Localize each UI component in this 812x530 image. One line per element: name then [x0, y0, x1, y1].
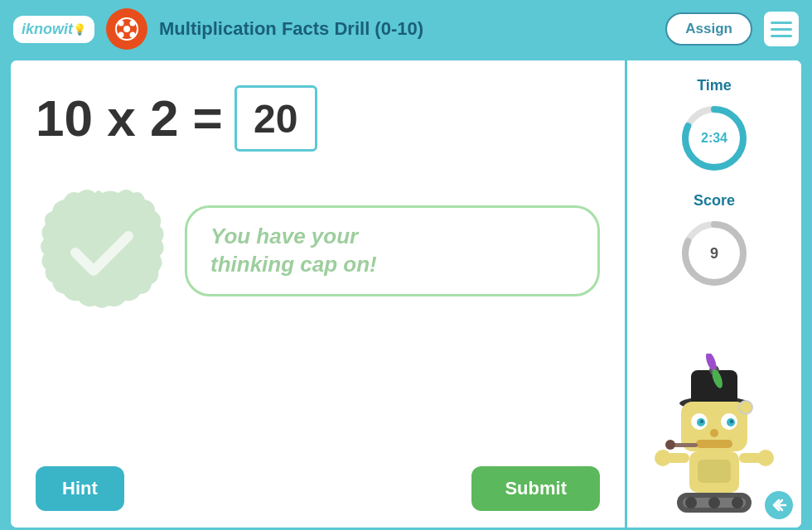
menu-bar-1 — [771, 22, 792, 24]
score-circle: 9 — [677, 216, 752, 291]
svg-rect-23 — [696, 440, 732, 448]
feedback-area: You have your thinking cap on! — [36, 185, 600, 317]
assign-button[interactable]: Assign — [665, 12, 752, 46]
logo: iknowit 💡 — [13, 16, 94, 43]
svg-point-20 — [700, 420, 703, 423]
svg-point-31 — [757, 450, 774, 466]
svg-point-1 — [118, 21, 124, 26]
svg-rect-24 — [673, 443, 698, 447]
timer-circle: 2:34 — [677, 101, 752, 176]
menu-bar-3 — [771, 35, 792, 37]
svg-point-4 — [130, 32, 136, 38]
film-reel-icon — [114, 17, 139, 41]
submit-button[interactable]: Submit — [471, 466, 600, 511]
activity-icon — [106, 8, 147, 50]
header: iknowit 💡 Multiplication Facts Drill (0-… — [0, 0, 812, 58]
svg-point-34 — [685, 497, 697, 508]
menu-button[interactable] — [764, 12, 799, 46]
svg-point-36 — [732, 497, 743, 508]
right-panel: Time 2:34 Score 9 — [627, 60, 801, 528]
hint-button[interactable]: Hint — [36, 466, 124, 511]
robot-character — [648, 354, 781, 519]
left-panel: 10 x 2 = 20 You have your t — [11, 60, 627, 528]
main-container: 10 x 2 = 20 You have your t — [8, 58, 804, 530]
svg-point-37 — [739, 401, 752, 414]
svg-point-21 — [730, 420, 733, 423]
svg-point-35 — [708, 497, 720, 508]
svg-point-22 — [710, 429, 718, 437]
equation-row: 10 x 2 = 20 — [36, 85, 600, 152]
svg-point-25 — [665, 440, 675, 450]
bottom-buttons: Hint Submit — [36, 466, 600, 511]
back-arrow-icon — [771, 499, 787, 512]
logo-lightbulb-icon: 💡 — [73, 23, 86, 36]
badge-svg — [36, 185, 168, 317]
equation-left: 10 x 2 = — [36, 93, 223, 144]
svg-point-3 — [118, 32, 124, 38]
robot-area — [636, 307, 793, 519]
back-button[interactable] — [765, 491, 793, 519]
badge-circle — [36, 185, 168, 317]
time-label: Time — [697, 77, 732, 94]
svg-point-30 — [655, 450, 671, 466]
timer-value: 2:34 — [701, 131, 727, 146]
menu-bar-2 — [771, 28, 792, 31]
answer-box[interactable]: 20 — [234, 85, 317, 152]
logo-text: iknowit — [22, 21, 73, 38]
activity-title: Multiplication Facts Drill (0-10) — [159, 18, 654, 40]
feedback-bubble: You have your thinking cap on! — [185, 205, 600, 296]
svg-point-2 — [130, 21, 136, 26]
score-label: Score — [694, 192, 735, 210]
svg-point-5 — [123, 26, 130, 32]
svg-rect-27 — [698, 460, 731, 483]
score-value: 9 — [710, 245, 718, 263]
feedback-text: You have your thinking cap on! — [210, 223, 574, 279]
